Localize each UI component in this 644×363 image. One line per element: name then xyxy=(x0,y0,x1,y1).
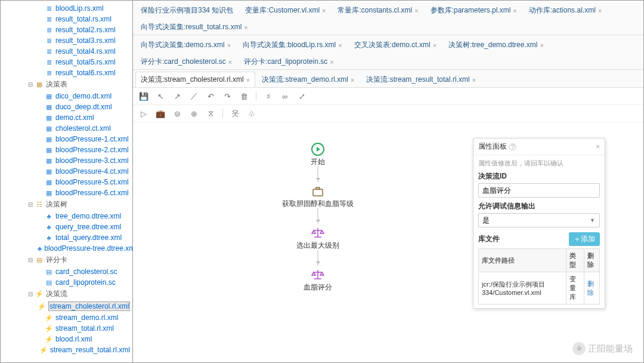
tree-item[interactable]: ♣bloodPressure-tree.dtree.xml xyxy=(1,243,132,254)
tree-item[interactable]: ▤card_cholesterol.sc xyxy=(1,266,132,277)
save-icon[interactable]: 💾 xyxy=(139,91,148,101)
tab[interactable]: 保险行业示例项目334 知识包 xyxy=(135,2,239,18)
split-icon[interactable]: ⊜ xyxy=(172,109,182,118)
tree-item[interactable]: ▦bloodPressure-5.ct.xml xyxy=(1,177,132,187)
tree-item[interactable]: ≣result_total5.rs.xml xyxy=(1,57,132,67)
tab[interactable]: 参数库:parameters.pl.xml× xyxy=(425,2,522,18)
tree-item[interactable]: ▦bloodPressure-4.ct.xml xyxy=(1,166,132,177)
line-icon[interactable]: ／ xyxy=(189,91,199,101)
tree-folder-ruleflow[interactable]: ⊟⚡决策流 xyxy=(1,288,132,300)
tree-icon[interactable]: ♧ xyxy=(247,109,256,118)
info-icon[interactable]: ? xyxy=(509,143,516,150)
tree-item[interactable]: ▦cholesterol.ct.xml xyxy=(1,123,132,134)
group-icon[interactable]: 옷 xyxy=(230,109,240,118)
tree-item[interactable]: ♣total_query.dtree.xml xyxy=(1,232,132,243)
tab[interactable]: 向导式决策集:demo.rs.xml× xyxy=(135,37,236,53)
tree-item[interactable]: ≣result_total2.rs.xml xyxy=(1,24,132,35)
property-panel[interactable]: 属性面板 ? × 属性值修改后，请回车以确认 决策流ID 允许调试信息输出 是 … xyxy=(473,138,605,309)
tree-item[interactable]: ♣tree_demo.dtree.xml xyxy=(1,211,132,222)
tree-item[interactable]: ⚡stream_total.rl.xml xyxy=(1,323,132,334)
tree-item[interactable]: ⚡stream_demo.rl.xml xyxy=(1,312,132,323)
close-icon[interactable]: × xyxy=(433,42,436,49)
close-icon[interactable]: × xyxy=(596,143,600,151)
close-icon[interactable]: × xyxy=(540,42,543,49)
tree-item[interactable]: ▦bloodPressure-6.ct.xml xyxy=(1,187,132,198)
cursor-icon[interactable]: ↖ xyxy=(156,91,165,101)
flow-node-decision[interactable]: 选出最大级别 xyxy=(296,225,339,251)
close-icon[interactable]: × xyxy=(414,7,418,14)
flow-icon: ⚡ xyxy=(38,302,46,310)
expand-icon[interactable]: ⤢ xyxy=(297,91,306,101)
tree-item[interactable]: ≣bloodLip.rs.xml xyxy=(1,3,132,14)
tab[interactable]: 评分卡:card_lipoprotein.sc× xyxy=(239,54,339,69)
hourglass-icon[interactable]: ⧖ xyxy=(206,109,215,118)
tree-item[interactable]: ♣query_tree.dtree.xml xyxy=(1,222,132,232)
tree-item[interactable]: ▦duco_deep.dt.xml xyxy=(1,101,132,112)
tab[interactable]: 决策树:tree_demo.dtree.xml× xyxy=(443,37,549,53)
flow-canvas[interactable]: 开始 获取胆固醇和血脂等级 选出最大级别 血脂评分 属性面板 ? × 属性值修改… xyxy=(133,122,643,362)
collapse-icon[interactable]: ⊟ xyxy=(27,257,34,264)
tab[interactable]: 常量库:constants.cl.xml× xyxy=(332,2,423,18)
tree-item[interactable]: ▦bloodPressure-1.ct.xml xyxy=(1,134,132,144)
link-icon[interactable]: ∞ xyxy=(280,91,290,101)
add-library-button[interactable]: ＋添加 xyxy=(569,232,600,246)
tree-folder-decisiontable[interactable]: ⊟▦决策表 xyxy=(1,78,132,91)
tree-item[interactable]: ≣result_total.rs.xml xyxy=(1,14,132,24)
delete-icon[interactable]: 🗑 xyxy=(239,91,249,101)
debug-select[interactable]: 是 xyxy=(478,213,600,227)
flow-node-score[interactable]: 血脂评分 xyxy=(304,267,332,293)
panel-header: 属性面板 ? × xyxy=(473,139,605,155)
tree-item[interactable]: ▦dico_demo.dt.xml xyxy=(1,91,132,101)
tree-item[interactable]: ≣result_total4.rs.xml xyxy=(1,46,132,57)
file-icon: ♣ xyxy=(45,233,53,242)
delete-link[interactable]: 删除 xyxy=(584,272,600,304)
close-icon[interactable]: × xyxy=(322,7,326,14)
tab-active[interactable]: 决策流:stream_cholesterol.rl.xml× xyxy=(135,72,255,87)
tab[interactable]: 动作库:actions.al.xml× xyxy=(524,2,607,18)
tree-item[interactable]: ≣result_total6.rs.xml xyxy=(1,67,132,78)
snap-icon[interactable]: ♯ xyxy=(264,91,273,101)
arrow-icon[interactable]: ↗ xyxy=(172,91,182,101)
tab[interactable]: 评分卡:card_cholesterol.sc× xyxy=(135,54,237,69)
collapse-icon[interactable]: ⊟ xyxy=(27,201,34,208)
file-tree-sidebar[interactable]: ≣bloodLip.rs.xml ≣result_total.rs.xml ≣r… xyxy=(1,1,133,362)
tab[interactable]: 向导式决策集:bloodLip.rs.xml× xyxy=(237,37,347,53)
collapse-icon[interactable]: ⊟ xyxy=(27,81,34,88)
close-icon[interactable]: × xyxy=(338,42,342,49)
tree-folder-decisiontree[interactable]: ⊟☷决策树 xyxy=(1,198,132,211)
field-label-lib: 库文件 xyxy=(478,234,500,244)
tab[interactable]: 决策流:stream_demo.rl.xml× xyxy=(256,72,360,87)
close-icon[interactable]: × xyxy=(513,7,516,14)
close-icon[interactable]: × xyxy=(228,59,232,66)
tab[interactable]: 决策流:stream_result_total.rl.xml× xyxy=(361,72,481,87)
tree-item[interactable]: ▦bloodPressure-3.ct.xml xyxy=(1,155,132,166)
tree-item-selected[interactable]: ⚡stream_cholesterol.rl.xml xyxy=(1,300,132,312)
close-icon[interactable]: × xyxy=(472,76,476,84)
tree-item[interactable]: ▦bloodPressure-2.ct.xml xyxy=(1,144,132,155)
merge-icon[interactable]: ⊕ xyxy=(189,109,199,118)
play-icon[interactable]: ▷ xyxy=(139,109,148,118)
close-icon[interactable]: × xyxy=(246,76,250,84)
tab[interactable]: 交叉决策表:demo.ct.xml× xyxy=(349,37,442,53)
tree-item[interactable]: ⚡blood.rl.xml xyxy=(1,334,132,344)
flow-node-start[interactable]: 开始 xyxy=(310,141,326,167)
undo-icon[interactable]: ↶ xyxy=(206,91,215,101)
close-icon[interactable]: × xyxy=(351,76,354,84)
case-icon[interactable]: 💼 xyxy=(156,109,165,118)
tab[interactable]: 向导式决策集:result_total.rs.xml× xyxy=(135,19,253,35)
tree-item[interactable]: ⚡stream_result_total.rl.xml xyxy=(1,344,132,355)
redo-icon[interactable]: ↷ xyxy=(222,91,232,101)
close-icon[interactable]: × xyxy=(227,42,231,49)
flow-node-task[interactable]: 获取胆固醇和血脂等级 xyxy=(282,183,354,209)
close-icon[interactable]: × xyxy=(244,24,247,31)
tab[interactable]: 变量库:Customer.vl.xml× xyxy=(240,2,331,18)
collapse-icon[interactable]: ⊟ xyxy=(27,291,34,298)
tree-item[interactable]: ▤card_lipoprotein.sc xyxy=(1,277,132,288)
library-table: 库文件路径 类型 删除 jcr:/保险行业示例项目334/Customer.vl… xyxy=(478,248,600,304)
tree-folder-scorecard[interactable]: ⊟▤评分卡 xyxy=(1,254,132,266)
tree-item[interactable]: ≣result_total3.rs.xml xyxy=(1,35,132,46)
tree-item[interactable]: ▦demo.ct.xml xyxy=(1,112,132,123)
close-icon[interactable]: × xyxy=(598,7,602,14)
flow-id-input[interactable] xyxy=(478,183,600,198)
close-icon[interactable]: × xyxy=(330,59,333,66)
